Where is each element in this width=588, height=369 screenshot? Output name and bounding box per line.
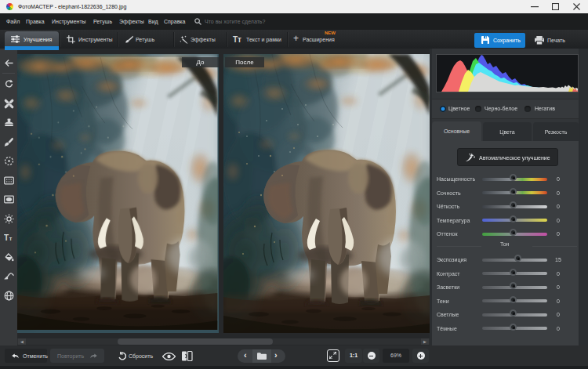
svg-text:T: T: [4, 233, 9, 242]
svg-text:т: т: [9, 235, 12, 242]
